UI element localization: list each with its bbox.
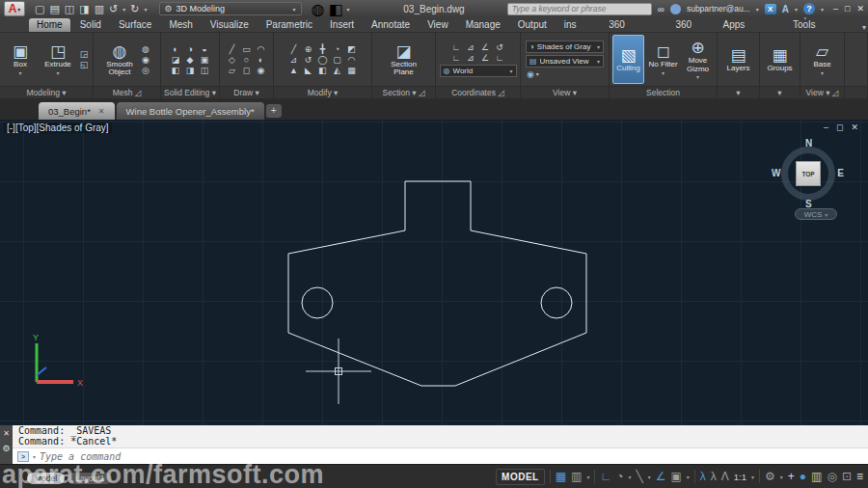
visual-style-dropdown[interactable]: ◑ Shades of Gray ▾ — [526, 41, 604, 53]
panel-label-layers[interactable]: ▾ — [718, 86, 759, 98]
tool-icon[interactable]: ◉ — [140, 55, 151, 65]
tool-icon[interactable]: ◩ — [346, 44, 358, 54]
tool-icon[interactable]: ⊿ — [288, 55, 300, 65]
chevron-down-icon[interactable]: ▾ — [821, 69, 824, 76]
minimize-button[interactable]: – — [833, 4, 838, 14]
tool-icon[interactable]: ◣ — [303, 66, 314, 75]
wcs-dropdown[interactable]: WCS ▾ — [795, 208, 837, 220]
tool-icon[interactable]: ╱ — [227, 44, 238, 54]
tool-icon[interactable]: ◍ — [140, 44, 151, 54]
tool-icon[interactable]: ○ — [241, 55, 253, 65]
plot-preview-icon[interactable]: ▥ — [811, 470, 822, 483]
exchange-apps-icon[interactable]: X — [765, 4, 776, 14]
tool-icon[interactable]: ◲ — [78, 49, 90, 59]
tool-icon[interactable]: ⊿ — [465, 53, 476, 63]
user-dropdown-icon[interactable]: ▾ — [756, 6, 759, 13]
file-tab-wine-bottle-opener[interactable]: Wine Bottle Opener_Assembly* — [117, 102, 264, 120]
save-as-icon[interactable]: ◨ — [79, 1, 89, 16]
snap-dropdown-icon[interactable]: ▾ — [586, 474, 589, 480]
model-tab[interactable]: Model — [27, 473, 65, 484]
panel-label-draw[interactable]: Draw ▾ — [220, 86, 273, 98]
tab-home[interactable]: Home — [29, 18, 70, 32]
base-button[interactable]: ▱ Base ▾ — [805, 42, 840, 76]
tab-annotate[interactable]: Annotate — [364, 18, 418, 32]
tool-icon[interactable]: ◧ — [317, 66, 329, 75]
command-input-row[interactable]: > ▾ — [13, 448, 868, 464]
tab-view[interactable]: View — [420, 18, 456, 32]
tool-icon[interactable]: ⊕ — [303, 44, 314, 54]
annotation-scale-icon[interactable]: Λ — [721, 470, 729, 483]
menu-icon[interactable]: ≡ — [856, 470, 863, 483]
tab-visualize[interactable]: Visualize — [203, 18, 257, 32]
command-prompt-icon[interactable]: > — [17, 451, 29, 462]
ucs-world-dropdown[interactable]: ◍ World ▾ — [440, 65, 517, 77]
tool-icon[interactable]: ◐ — [256, 55, 267, 65]
close-button[interactable]: ✕ — [856, 4, 864, 14]
maximize-button[interactable]: □ — [845, 4, 850, 14]
panel-label-groups[interactable]: ▾ — [760, 86, 800, 98]
chevron-down-icon[interactable]: ▾ — [536, 70, 539, 77]
chevron-down-icon[interactable]: ▾ — [696, 73, 699, 80]
toolbar-more-icon[interactable]: ▾ — [347, 6, 350, 13]
plot-icon[interactable]: ▥ — [95, 1, 104, 16]
hole-circle[interactable] — [302, 287, 333, 318]
box-button[interactable]: ▣ Box ▾ — [3, 42, 38, 76]
viewport-minimize-icon[interactable]: – — [824, 122, 828, 132]
model-space-button[interactable]: MODEL — [496, 469, 545, 485]
render-icon[interactable]: ◍ — [312, 0, 325, 18]
workspace-dropdown-icon[interactable]: ▾ — [780, 474, 783, 480]
drawing-viewport[interactable]: Y X [-][Top][Shades of Gray] – ◻ ✕ N S W… — [0, 120, 868, 425]
command-input[interactable] — [40, 451, 863, 462]
viewcube-top-face[interactable]: TOP — [796, 161, 821, 186]
named-view-dropdown[interactable]: ▤ Unsaved View ▾ — [526, 55, 604, 68]
tab-surface[interactable]: Surface — [111, 18, 159, 32]
polar-dropdown-icon[interactable]: ▾ — [628, 474, 631, 480]
workspace-gear-icon[interactable]: ⚙ — [765, 470, 775, 483]
polar-tracking-icon[interactable]: ◔ — [616, 470, 623, 483]
move-gizmo-button[interactable]: ⊕ Move Gizmo ▾ — [682, 39, 714, 80]
extrude-button[interactable]: ◳ Extrude ▾ — [41, 42, 75, 76]
drawing-canvas[interactable]: Y X — [0, 120, 868, 425]
panel-label-modeling[interactable]: Modeling ▾ — [0, 86, 93, 98]
annotation-visibility-icon[interactable]: λ — [700, 470, 706, 483]
annotation-scale-value[interactable]: 1:1 — [734, 472, 746, 482]
tab-solid[interactable]: Solid — [72, 18, 109, 32]
new-drawing-tab-button[interactable]: + — [266, 104, 282, 118]
tool-icon[interactable]: ▱ — [227, 66, 238, 75]
compass-east-label[interactable]: E — [837, 168, 844, 178]
isodraft-dropdown-icon[interactable]: ▾ — [648, 474, 651, 480]
tool-icon[interactable]: ╱ — [288, 44, 300, 54]
panel-label-modify[interactable]: Modify ▾ — [274, 86, 371, 98]
panel-label-selection[interactable]: Selection — [610, 86, 717, 98]
tool-icon[interactable]: ◫ — [199, 66, 210, 75]
panel-label-coordinates[interactable]: Coordinates ◿ — [436, 86, 520, 98]
tool-icon[interactable]: ◆ — [184, 55, 196, 65]
help-dropdown-icon[interactable]: ▾ — [821, 6, 824, 13]
help-icon[interactable]: ? — [803, 3, 815, 14]
customize-wrench-icon[interactable]: ⚙ — [2, 444, 10, 453]
search-binoculars-icon[interactable]: ∞ — [658, 4, 665, 14]
viewport-restore-icon[interactable]: ◻ — [836, 122, 843, 132]
ortho-mode-icon[interactable]: ∟ — [600, 470, 611, 483]
undo-icon[interactable]: ↺ — [109, 1, 118, 16]
signed-in-user[interactable]: subpartner@au... — [687, 4, 750, 14]
hole-circle[interactable] — [541, 287, 572, 318]
tab-output[interactable]: Output — [510, 18, 555, 32]
tab-manage[interactable]: Manage — [458, 18, 508, 32]
tool-icon[interactable]: ◇ — [227, 55, 238, 65]
compass-north-label[interactable]: N — [805, 138, 812, 149]
tool-icon[interactable]: ∠ — [479, 42, 491, 52]
tool-icon[interactable]: ∟ — [494, 53, 505, 63]
performance-icon[interactable]: ● — [800, 470, 806, 483]
tool-icon[interactable]: ◧ — [170, 66, 181, 75]
help-search-input[interactable] — [507, 3, 652, 15]
fullscreen-icon[interactable]: ⊡ — [842, 470, 852, 483]
culling-button[interactable]: ▧ Culling — [612, 35, 644, 84]
close-tab-icon[interactable]: ✕ — [98, 107, 105, 116]
tool-icon[interactable]: ▦ — [346, 66, 358, 75]
tool-icon[interactable]: ◒ — [199, 44, 210, 54]
layers-button[interactable]: ▤ Layers — [721, 46, 756, 73]
redo-dropdown-icon[interactable]: ▾ — [144, 6, 147, 13]
tool-icon[interactable]: ∟ — [450, 42, 462, 52]
chevron-down-icon[interactable]: ▾ — [56, 69, 59, 76]
